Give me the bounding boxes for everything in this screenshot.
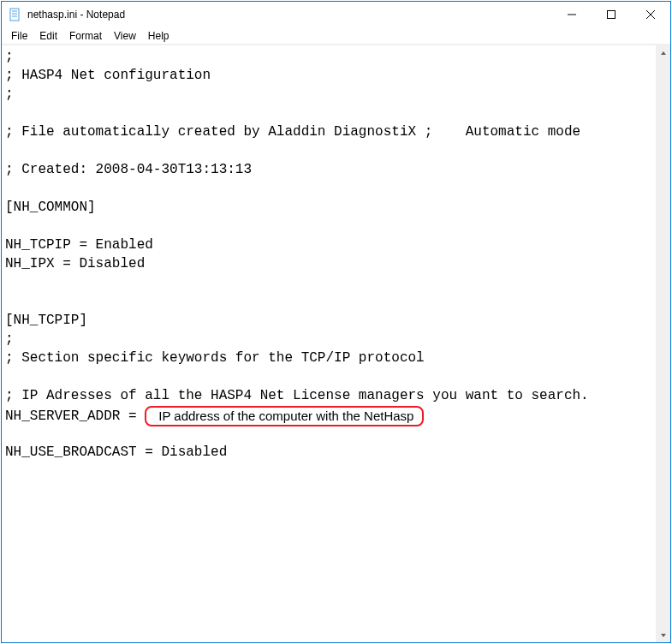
menu-help[interactable]: Help [142,28,175,44]
text-line: NH_IPX = Disabled [5,254,652,273]
text-line: ; IP Adresses of all the HASP4 Net Licen… [5,386,652,405]
text-line [5,104,652,122]
text-line [5,367,652,386]
text-line [5,273,652,292]
scroll-down-button[interactable] [656,628,670,642]
text-line: ; Created: 2008-04-30T13:13:13 [5,160,652,179]
menu-file[interactable]: File [5,28,33,44]
svg-marker-8 [661,51,666,55]
text-line: ; [5,330,652,349]
svg-marker-9 [661,634,666,637]
menubar: File Edit Format View Help [2,27,670,45]
close-button[interactable] [631,2,670,27]
window-controls [552,2,670,27]
text-line: ; File automatically created by Aladdin … [5,122,652,141]
text-editor[interactable]: ;; HASP4 Net configuration;; File automa… [2,45,656,642]
svg-rect-5 [608,11,616,19]
text-line: ; [5,85,652,104]
text-line [5,179,652,198]
text-line: NH_TCPIP = Enabled [5,236,652,254]
text-line: NH_SERVER_ADDR = IP address of the compu… [5,405,652,424]
menu-format[interactable]: Format [63,28,108,44]
text-line [5,141,652,160]
text-line [5,424,652,443]
maximize-button[interactable] [592,2,631,27]
text-line: ; Section specific keywords for the TCP/… [5,349,652,367]
notepad-window: nethasp.ini - Notepad File Edit Format V… [1,1,671,643]
minimize-button[interactable] [552,2,592,27]
text-line: NH_USE_BROADCAST = Disabled [5,443,652,462]
text-line: ; [5,47,652,66]
text-line: ; HASP4 Net configuration [5,66,652,85]
menu-edit[interactable]: Edit [33,28,63,44]
vertical-scrollbar[interactable] [656,45,670,642]
editor-area: ;; HASP4 Net configuration;; File automa… [2,45,670,642]
server-addr-key: NH_SERVER_ADDR = [5,408,145,424]
window-title: nethasp.ini - Notepad [27,9,125,21]
scroll-up-button[interactable] [656,45,670,60]
text-line [5,292,652,311]
titlebar[interactable]: nethasp.ini - Notepad [2,2,670,27]
text-line: [NH_TCPIP] [5,311,652,330]
highlight-annotation: IP address of the computer with the NetH… [145,406,424,426]
menu-view[interactable]: View [108,28,142,44]
scroll-track[interactable] [656,60,670,628]
svg-rect-0 [10,9,19,21]
notepad-icon [9,8,22,21]
text-line: [NH_COMMON] [5,198,652,217]
text-line [5,217,652,236]
